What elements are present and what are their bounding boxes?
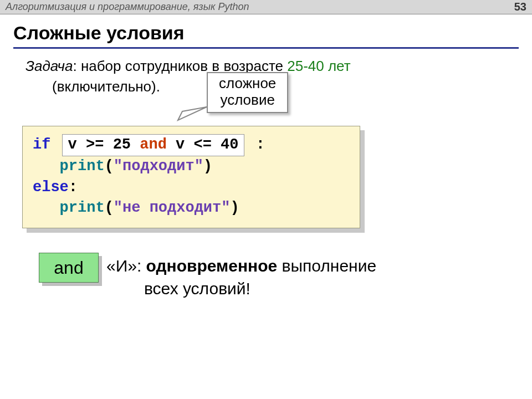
header-title: Алгоритмизация и программирование, язык … (6, 1, 249, 13)
colon: : (69, 179, 78, 196)
slide-title: Сложные условия (13, 22, 519, 49)
cond-num: 25 (113, 136, 131, 153)
fn-print: print (60, 200, 105, 216)
callout-line1: сложное (219, 75, 276, 92)
condition-chip: v >= 25 and v <= 40 (62, 134, 245, 156)
header-bar: Алгоритмизация и программирование, язык … (0, 0, 532, 14)
and-desc-bold: одновременное (146, 257, 278, 275)
fn-print: print (60, 158, 105, 175)
code-block: if v >= 25 and v <= 40 : print("подходит… (22, 126, 360, 228)
cond-num: 40 (221, 136, 238, 153)
string-ok: "подходит" (114, 158, 203, 175)
callout-complex-condition: сложное условие (207, 72, 288, 113)
task-label: Задача (25, 58, 73, 74)
and-explanation: and «И»: одновременное выполнение всех у… (39, 253, 519, 300)
and-desc-rest1: выполнение (277, 257, 376, 275)
kw-if: if (33, 136, 50, 153)
code-line-print-no: print("не подходит") (33, 198, 350, 219)
code-line-if: if v >= 25 and v <= 40 : (33, 134, 350, 156)
cond-and: and (131, 136, 176, 153)
colon: : (256, 136, 265, 153)
age-range: 25-40 лет (287, 58, 350, 74)
slide-body: Сложные условия Задача: набор сотруднико… (0, 14, 532, 300)
and-description: «И»: одновременное выполнение всех услов… (106, 253, 376, 300)
kw-else: else (33, 179, 69, 196)
code-box: if v >= 25 and v <= 40 : print("подходит… (22, 126, 360, 228)
and-chip-wrap: and (39, 253, 99, 283)
callout-line2: условие (219, 92, 276, 109)
and-chip: and (39, 253, 99, 283)
and-desc-prefix: «И»: (106, 257, 146, 275)
cond-part: v >= (68, 136, 113, 153)
and-desc-rest2: всех условий! (106, 278, 376, 300)
callout-tail-icon (175, 106, 208, 122)
code-line-else: else: (33, 177, 350, 198)
cond-part: v <= (176, 136, 221, 153)
page-number: 53 (514, 1, 526, 13)
code-line-print-ok: print("подходит") (33, 156, 350, 177)
string-no: "не подходит" (114, 200, 231, 216)
